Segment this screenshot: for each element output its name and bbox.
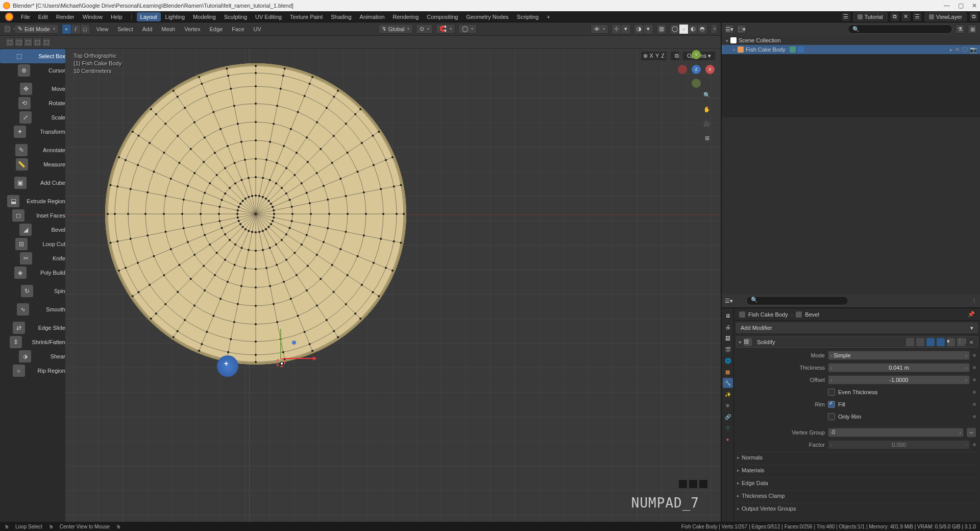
anim-dot-icon[interactable]: [973, 366, 976, 369]
scene-delete-icon[interactable]: ✕: [902, 13, 910, 21]
viewlayer-browse-icon[interactable]: ☰: [913, 13, 921, 21]
prop-tab-scene[interactable]: 🎬: [723, 344, 733, 354]
outliner-scene-collection[interactable]: Scene Collection: [722, 36, 980, 45]
workspace-sculpting[interactable]: Sculpting: [220, 12, 251, 21]
gizmo-y-arrow[interactable]: [280, 329, 281, 358]
pin-icon[interactable]: 📌: [968, 311, 975, 318]
prop-tab-data[interactable]: ▽: [723, 423, 733, 433]
shading-mode-segmented[interactable]: ◯●◐◓: [670, 24, 707, 34]
restrict-select-icon[interactable]: ▸: [950, 46, 953, 53]
tool-select-box[interactable]: ⬚Select Box: [0, 49, 65, 63]
vp-menu-mesh[interactable]: Mesh: [158, 25, 178, 33]
workspace-layout[interactable]: Layout: [137, 12, 161, 21]
tool-measure[interactable]: 📏Measure: [0, 157, 65, 172]
prop-tab-particles[interactable]: ✨: [723, 389, 733, 399]
viewlayer-new-icon[interactable]: ⧉: [970, 13, 978, 21]
tool-move[interactable]: ✥Move: [0, 82, 65, 96]
workspace-scripting[interactable]: Scripting: [513, 12, 543, 21]
viewport-3d[interactable]: Top Orthographic (1) Fish Cake Body 10 C…: [0, 49, 721, 522]
prop-tab-world[interactable]: 🌐: [723, 355, 733, 366]
anim-dot-icon[interactable]: [973, 415, 976, 418]
add-modifier-dropdown[interactable]: Add Modifier▾: [736, 323, 978, 333]
outliner-display-icon[interactable]: ⬚▾: [737, 25, 746, 34]
visibility-dropdown[interactable]: 👁: [591, 24, 608, 34]
shading-dropdown[interactable]: [710, 24, 718, 34]
outliner-item[interactable]: Fish Cake Body ▸ 🖵 📷: [722, 45, 980, 54]
tool-rip-region[interactable]: ⟐Rip Region: [0, 364, 65, 378]
mirror-icon[interactable]: ⧉: [670, 51, 679, 61]
outliner-type-icon[interactable]: ☰▾: [725, 25, 734, 34]
tool-shear[interactable]: ⬗Shear: [0, 349, 65, 364]
editor-type-dropdown[interactable]: ⬚: [3, 24, 11, 34]
mod-delete-icon[interactable]: ✕: [967, 338, 975, 346]
tool-loop-cut[interactable]: ⊟Loop Cut: [0, 237, 65, 251]
prop-tab-modifiers[interactable]: 🔧: [723, 378, 733, 388]
tool-poly-build[interactable]: ◈Poly Build: [0, 266, 65, 280]
properties-options-icon[interactable]: ⋮: [971, 298, 977, 304]
vp-menu-face[interactable]: Face: [229, 25, 247, 33]
tool-edge-slide[interactable]: ⇄Edge Slide: [0, 321, 65, 335]
xray-toggle[interactable]: ▥: [656, 24, 667, 34]
anim-dot-icon[interactable]: [973, 354, 976, 357]
tool-cursor[interactable]: ⊕Cursor: [0, 63, 65, 78]
orientation-dropdown[interactable]: ↯ Global: [378, 24, 413, 34]
vp-menu-add[interactable]: Add: [139, 25, 156, 33]
gizmo-z-dot[interactable]: [292, 341, 296, 345]
tool-add-cube[interactable]: ▣Add Cube: [0, 176, 65, 190]
axis-lock-pill[interactable]: ⊗XYZ: [641, 51, 667, 61]
outliner-filter-icon[interactable]: ⚗: [955, 25, 965, 34]
mod-render-icon[interactable]: [937, 338, 945, 346]
anim-dot-icon[interactable]: [973, 378, 976, 381]
only-rim-checkbox[interactable]: [828, 413, 835, 420]
tool-bevel[interactable]: ◢Bevel: [0, 223, 65, 237]
vp-menu-vertex[interactable]: Vertex: [181, 25, 203, 33]
modifier-icon[interactable]: [798, 46, 804, 53]
gizmo-x-arrow[interactable]: [283, 358, 314, 359]
workspace-lighting[interactable]: Lighting: [162, 12, 189, 21]
anim-dot-icon[interactable]: [973, 391, 976, 394]
pan-icon[interactable]: ✋: [702, 104, 712, 114]
camera-icon[interactable]: 🎥: [702, 118, 712, 129]
mode-dropdown[interactable]: Simple: [828, 351, 970, 360]
gizmo-axis-z[interactable]: Z: [692, 65, 701, 74]
zoom-icon[interactable]: 🔍: [702, 90, 712, 100]
subpanel-materials[interactable]: Materials: [737, 465, 977, 475]
tool-scale[interactable]: ⤢Scale: [0, 110, 65, 125]
prop-tab-output[interactable]: 🖨: [723, 322, 733, 332]
scene-browse-icon[interactable]: ☰: [842, 13, 850, 21]
prop-tab-physics[interactable]: ⚛: [723, 400, 733, 411]
prop-tab-viewlayer[interactable]: 🖼: [723, 333, 733, 343]
nav-gizmo[interactable]: Y Z X 🔍 ✋ 🎥 ⊞: [680, 53, 713, 86]
tool-transform[interactable]: ✦Transform: [0, 125, 65, 139]
mod-realtime-icon[interactable]: [926, 338, 935, 346]
gizmo-toggle[interactable]: ⊹▾: [611, 24, 631, 34]
workspace-uvediting[interactable]: UV Editing: [252, 12, 285, 21]
blender-logo-icon[interactable]: [5, 13, 13, 21]
workspace-modeling[interactable]: Modeling: [189, 12, 219, 21]
menu-render[interactable]: Render: [53, 12, 78, 21]
disable-viewport-icon[interactable]: 🖵: [962, 46, 968, 53]
vertex-group-invert-icon[interactable]: ↔: [967, 428, 976, 437]
mod-edit-mode-icon[interactable]: [916, 338, 924, 346]
select-mode-segmented[interactable]: •/□: [62, 24, 90, 34]
fill-checkbox[interactable]: [828, 401, 835, 408]
gizmo-axis-yneg[interactable]: [692, 79, 701, 88]
menu-file[interactable]: File: [17, 12, 34, 21]
tool-annotate[interactable]: ✎Annotate: [0, 143, 65, 157]
workspace-shading[interactable]: Shading: [327, 12, 355, 21]
pivot-dropdown[interactable]: ⊙: [416, 24, 433, 34]
tool-shrink-fatten[interactable]: ⇕Shrink/Fatten: [0, 335, 65, 349]
mode-dropdown[interactable]: ✎ Edit Mode: [14, 24, 59, 34]
tool-smooth[interactable]: ∿Smooth: [0, 302, 65, 317]
window-close-button[interactable]: ✕: [972, 2, 977, 9]
prop-tab-render[interactable]: 🖥: [723, 310, 733, 321]
workspace-animation[interactable]: Animation: [356, 12, 388, 21]
properties-type-icon[interactable]: ☰▾: [725, 298, 733, 304]
tool-extrude-region[interactable]: ⬓Extrude Region: [0, 194, 65, 208]
gizmo-axis-y[interactable]: Y: [692, 50, 701, 59]
mod-drag-icon[interactable]: ⋮⋮: [957, 338, 965, 346]
gizmo-axis-x[interactable]: X: [705, 65, 715, 74]
scene-new-icon[interactable]: ⧉: [891, 13, 899, 21]
workspace-add[interactable]: +: [543, 12, 553, 21]
gizmo-axis-xneg[interactable]: [678, 65, 687, 74]
